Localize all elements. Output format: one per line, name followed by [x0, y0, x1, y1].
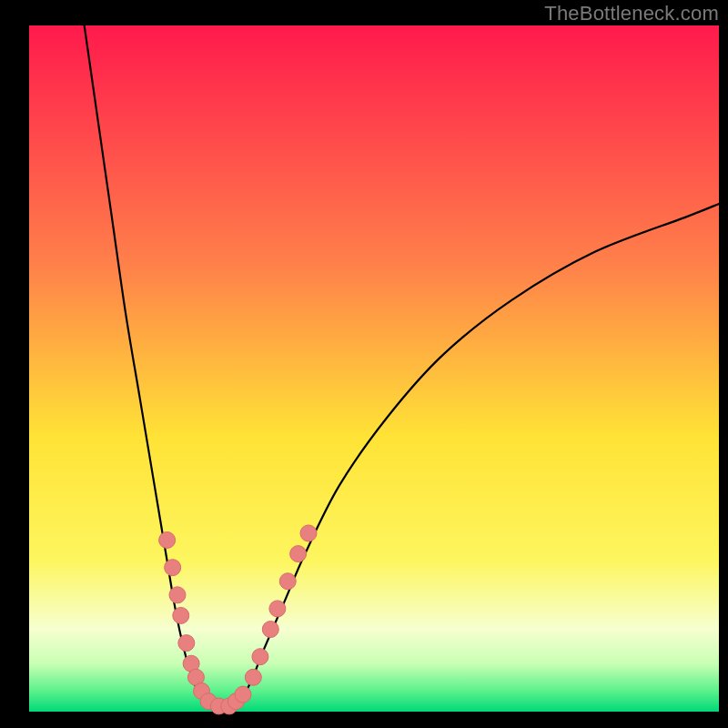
bottleneck-chart: [0, 0, 728, 728]
curve-marker: [245, 669, 261, 685]
curve-marker: [262, 622, 278, 638]
chart-stage: TheBottleneck.com: [0, 0, 728, 728]
curve-marker: [235, 686, 251, 703]
watermark-text: TheBottleneck.com: [544, 2, 719, 25]
curve-marker: [169, 587, 186, 603]
curve-marker: [269, 601, 286, 617]
curve-marker: [178, 635, 195, 652]
curve-marker: [159, 532, 176, 549]
curve-marker: [290, 546, 307, 562]
curve-marker: [279, 573, 296, 590]
curve-marker: [252, 649, 268, 665]
curve-marker: [165, 560, 181, 576]
curve-marker: [173, 607, 189, 623]
curve-marker: [300, 525, 317, 541]
chart-background: [29, 25, 719, 712]
